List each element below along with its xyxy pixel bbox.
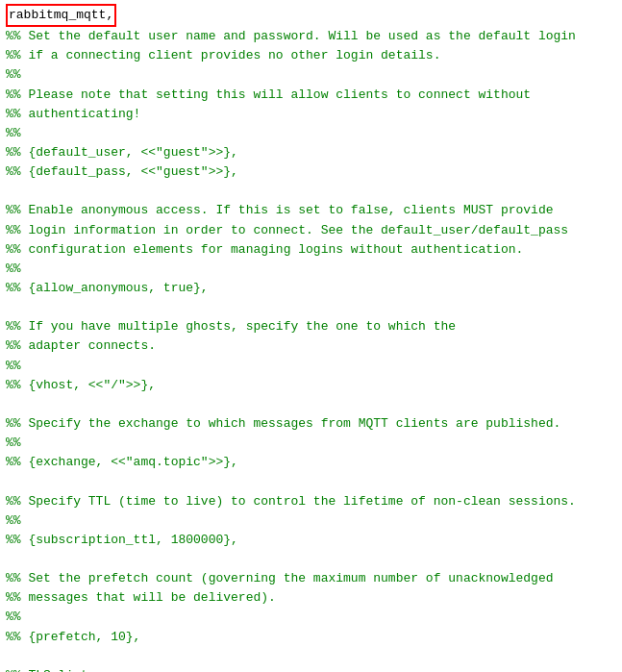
line-23: %% [6, 434, 616, 453]
line-1: rabbitmq_mqtt, [6, 4, 616, 27]
line-11: %% Enable anonymous access. If this is s… [6, 201, 616, 220]
line-27: %% [6, 511, 616, 531]
line-28: %% {subscription_ttl, 1800000}, [6, 531, 616, 550]
line-12: %% login information in order to connect… [6, 221, 616, 240]
line-24: %% {exchange, <<"amq.topic">>}, [6, 453, 616, 472]
line-blank-1 [6, 182, 616, 201]
line-blank-2 [6, 298, 616, 317]
line-4: %% [6, 65, 616, 85]
line-9: %% {default_pass, <<"guest">>}, [6, 162, 616, 182]
line-15: %% {allow_anonymous, true}, [6, 279, 616, 298]
line-blank-5 [6, 550, 616, 569]
line-19: %% [6, 357, 616, 376]
line-31: %% messages that will be delivered). [6, 588, 616, 608]
line-20: %% {vhost, <<"/">>}, [6, 376, 616, 395]
line-14: %% [6, 260, 616, 279]
line-5: %% Please note that setting this will al… [6, 86, 616, 105]
line-32: %% [6, 608, 616, 627]
line-7: %% [6, 124, 616, 143]
code-container: rabbitmq_mqtt, %% Set the default user n… [0, 0, 622, 672]
line-18: %% adapter connects. [6, 336, 616, 356]
line-13: %% configuration elements for managing l… [6, 240, 616, 260]
line-17: %% If you have multiple ghosts, specify … [6, 317, 616, 336]
line-blank-6 [6, 647, 616, 666]
line-6: %% authenticating! [6, 105, 616, 124]
highlight-top: rabbitmq_mqtt, [6, 4, 116, 27]
line-3: %% if a connecting client provides no ot… [6, 46, 616, 65]
line-blank-3 [6, 395, 616, 414]
line-22: %% Specify the exchange to which message… [6, 414, 616, 434]
line-33: %% {prefetch, 10}, [6, 628, 616, 647]
line-2: %% Set the default user name and passwor… [6, 27, 616, 46]
line-26: %% Specify TTL (time to live) to control… [6, 492, 616, 511]
line-35: %% TLS listeners. [6, 666, 616, 672]
line-blank-4 [6, 472, 616, 491]
line-30: %% Set the prefetch count (governing the… [6, 569, 616, 588]
line-8: %% {default_user, <<"guest">>}, [6, 143, 616, 162]
